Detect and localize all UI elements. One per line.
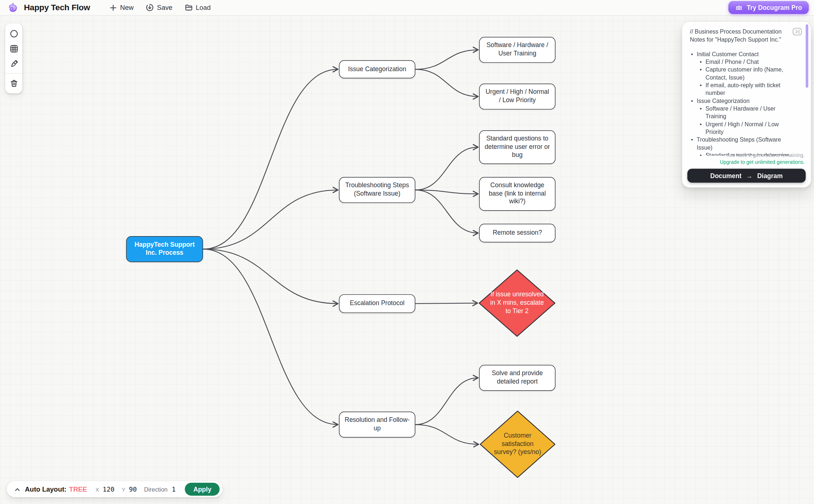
node-troubleshooting-steps[interactable]: Troubleshooting Steps (Software Issue) [339,177,415,203]
node-standard-questions[interactable]: Standard questions to determine user err… [479,130,556,164]
x-spacing-field[interactable]: 120 [103,485,114,493]
app-logo-icon [7,2,19,13]
notes-panel: // Business Process Documentation Notes … [682,22,811,188]
circle-icon [9,29,19,38]
upgrade-link[interactable]: Upgrade to get unlimited generations. [720,159,805,165]
try-pro-label: Try Docugram Pro [747,4,802,11]
notes-text[interactable]: // Business Process Documentation Notes … [690,28,797,156]
try-pro-button[interactable]: Try Docugram Pro [729,1,809,14]
convert-left-label: Document [710,172,742,179]
panel-collapse-icon [792,27,802,36]
note-line: Software / Hardware / User Training [690,105,797,120]
edge-root-to-issue-categorization [203,69,338,249]
edge-root-to-escalation-protocol [203,249,338,304]
save-label: Save [157,4,172,11]
header-menu: New Save Load [109,3,212,12]
delete-tool-button[interactable] [6,76,21,91]
generations-remaining-text: You have 2 generations remaining. [726,152,805,158]
folder-icon [185,4,192,11]
direction-label: Direction [144,486,168,492]
edge-resolution-followup-to-solve-report [415,378,478,424]
edge-troubleshooting-steps-to-consult-knowledge-base [415,190,478,194]
broom-icon [9,59,19,68]
new-button[interactable]: New [109,3,135,12]
y-label: Y [122,486,125,492]
edge-root-to-resolution-followup [203,249,338,425]
note-line: If email, auto-reply with ticket number [690,81,797,97]
y-spacing-field[interactable]: 90 [129,485,137,493]
load-button[interactable]: Load [184,3,212,12]
node-solve-report[interactable]: Solve and provide detailed report [479,365,556,391]
plus-icon [110,4,117,11]
toolbar-divider [5,73,22,74]
load-label: Load [196,4,211,11]
edge-issue-categorization-to-urgent-priority [415,69,478,97]
shape-toolbar [5,23,22,93]
save-icon [146,4,154,11]
edge-resolution-followup-to-satisfaction-survey [415,424,479,444]
node-urgent-priority[interactable]: Urgent / High / Normal / Low Priority [479,84,556,109]
new-label: New [120,4,134,11]
crown-icon [735,4,743,11]
app-title: Happy Tech Flow [24,3,90,12]
node-root[interactable]: HappyTech Support Inc. Process [126,236,203,262]
trash-icon [9,78,19,88]
note-line: Urgent / High / Normal / Low Priority [690,120,797,136]
edge-troubleshooting-steps-to-standard-questions [415,147,478,190]
node-remote-session[interactable]: Remote session? [479,224,556,242]
node-consult-knowledge-base[interactable]: Consult knowledge base (link to internal… [479,177,556,211]
node-label: Customer satisfaction survey? (yes/no) [490,432,545,457]
chevron-up-icon [15,487,20,491]
node-escalate-tier2[interactable]: If issue unresolved in X mins, escalate … [479,269,555,337]
note-line: Issue Categorization [690,97,797,105]
panel-scrollbar-thumb[interactable] [806,24,808,88]
direction-field[interactable]: 1 [172,485,176,493]
grid-icon [9,44,19,53]
note-line: Initial Customer Contact [690,50,797,58]
x-label: X [95,486,99,492]
node-escalation-protocol[interactable]: Escalation Protocol [339,294,415,313]
convert-right-label: Diagram [757,172,783,179]
arrow-right-icon: → [746,172,752,179]
note-line [690,43,797,50]
edge-escalation-protocol-to-escalate-tier2 [415,303,478,304]
node-satisfaction-survey[interactable]: Customer satisfaction survey? (yes/no) [480,411,556,478]
grid-tool-button[interactable] [6,41,21,56]
app-header: Happy Tech Flow New Save Load [0,0,814,16]
edge-troubleshooting-steps-to-remote-session [415,190,478,233]
circle-tool-button[interactable] [6,26,21,41]
clean-tool-button[interactable] [6,56,21,71]
edge-root-to-troubleshooting-steps [203,190,338,249]
note-line: Troubleshooting Steps (Software Issue) [690,136,797,152]
collapse-layout-bar-button[interactable] [14,487,21,491]
node-resolution-followup[interactable]: Resolution and Follow-up [339,412,415,438]
apply-button[interactable]: Apply [185,483,220,496]
collapse-panel-button[interactable] [792,27,802,36]
layout-mode-value[interactable]: TREE [69,485,87,493]
save-button[interactable]: Save [145,3,173,12]
edge-issue-categorization-to-software-hardware-training [415,50,478,69]
note-line: // Business Process Documentation Notes … [690,28,797,44]
auto-layout-bar: Auto Layout: TREE X 120 Y 90 Direction 1… [7,481,223,497]
node-issue-categorization[interactable]: Issue Categorization [339,60,415,78]
note-line: Capture customer info (Name, Contact, Is… [690,66,797,82]
auto-layout-label: Auto Layout: [25,485,66,493]
app-window: HappyTech Support Inc. ProcessIssue Cate… [0,0,814,504]
node-software-hardware-training[interactable]: Software / Hardware / User Training [479,37,556,63]
node-label: If issue unresolved in X mins, escalate … [489,291,545,315]
note-line: Email / Phone / Chat [690,58,797,66]
document-to-diagram-button[interactable]: Document → Diagram [687,169,806,182]
